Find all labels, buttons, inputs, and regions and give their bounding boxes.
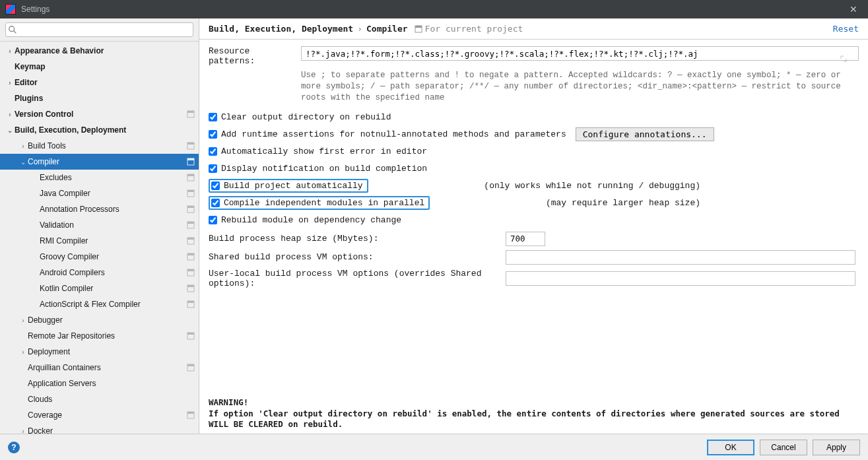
- sidebar: › Appearance & Behavior Keymap › Editor …: [0, 18, 199, 434]
- sidebar-item-android-compilers[interactable]: Android Compilers: [0, 265, 199, 280]
- search-icon: [8, 25, 17, 34]
- chevron-down-icon: ⌄: [18, 158, 28, 166]
- sidebar-item-compiler[interactable]: ⌄ Compiler: [0, 154, 199, 170]
- sidebar-item-actionscript-compiler[interactable]: ActionScript & Flex Compiler: [0, 296, 199, 312]
- cancel-button[interactable]: Cancel: [760, 440, 807, 455]
- breadcrumb: Build, Execution, Deployment›Compiler: [209, 24, 408, 34]
- sidebar-item-build-tools[interactable]: › Build Tools: [0, 138, 199, 154]
- svg-rect-23: [187, 285, 194, 287]
- sidebar-item-groovy-compiler[interactable]: Groovy Compiler: [0, 249, 199, 265]
- sidebar-item-build-execution-deployment[interactable]: ⌄ Build, Execution, Deployment: [0, 122, 199, 138]
- checkbox-auto-show-error-label: Automatically show first error in editor: [221, 147, 427, 156]
- project-scope-icon: [187, 205, 195, 213]
- highlight-parallel: Compile independent modules in parallel: [209, 196, 430, 210]
- svg-rect-5: [187, 143, 194, 145]
- sidebar-item-arquillian[interactable]: Arquillian Containers: [0, 360, 199, 376]
- content-header: Build, Execution, Deployment›Compiler Fo…: [199, 18, 868, 40]
- project-scope-icon: [187, 300, 195, 308]
- svg-rect-33: [415, 26, 422, 28]
- reset-link[interactable]: Reset: [833, 24, 859, 34]
- sidebar-item-kotlin-compiler[interactable]: Kotlin Compiler: [0, 280, 199, 296]
- svg-rect-17: [187, 238, 194, 240]
- sidebar-item-plugins[interactable]: Plugins: [0, 90, 199, 106]
- checkbox-compile-parallel-label: Compile independent modules in parallel: [224, 198, 424, 208]
- heap-size-label: Build process heap size (Mbytes):: [209, 234, 506, 244]
- expand-icon[interactable]: [840, 55, 847, 62]
- project-scope-icon: [187, 237, 195, 245]
- sidebar-item-clouds[interactable]: Clouds: [0, 391, 199, 407]
- checkbox-add-runtime-assertions[interactable]: [209, 130, 217, 139]
- sidebar-item-debugger[interactable]: › Debugger: [0, 312, 199, 328]
- apply-button[interactable]: Apply: [813, 440, 860, 455]
- resource-patterns-hint: Use ; to separate patterns and ! to nega…: [301, 70, 859, 104]
- sidebar-item-docker[interactable]: › Docker: [0, 423, 199, 434]
- checkbox-display-notification[interactable]: [209, 164, 217, 173]
- search-input[interactable]: [5, 22, 193, 37]
- checkbox-compile-parallel[interactable]: [211, 199, 220, 207]
- user-vm-options-input[interactable]: [506, 271, 855, 286]
- svg-rect-19: [187, 253, 194, 255]
- project-scope-icon: [187, 142, 195, 150]
- sidebar-item-appearance[interactable]: › Appearance & Behavior: [0, 43, 199, 59]
- chevron-right-icon: ›: [5, 111, 15, 118]
- sidebar-item-deployment[interactable]: › Deployment: [0, 344, 199, 360]
- sidebar-item-editor[interactable]: › Editor: [0, 75, 199, 90]
- svg-rect-29: [187, 364, 194, 366]
- compiler-settings-form: Resource patterns: Use ; to separate pat…: [199, 40, 868, 434]
- sidebar-item-coverage[interactable]: Coverage: [0, 407, 199, 423]
- project-scope-icon: [187, 284, 195, 292]
- svg-point-0: [9, 26, 15, 32]
- project-scope-icon: [187, 411, 195, 419]
- svg-line-1: [14, 31, 17, 34]
- sidebar-item-validation[interactable]: Validation: [0, 217, 199, 233]
- project-scope-icon: [187, 174, 195, 181]
- chevron-right-icon: ›: [18, 428, 28, 434]
- sidebar-item-annotation-processors[interactable]: Annotation Processors: [0, 201, 199, 217]
- sidebar-item-app-servers[interactable]: Application Servers: [0, 376, 199, 391]
- svg-rect-31: [187, 412, 194, 414]
- svg-rect-25: [187, 301, 194, 303]
- resource-patterns-label: Resource patterns:: [209, 46, 301, 66]
- project-scope-icon: [415, 25, 422, 33]
- sidebar-item-keymap[interactable]: Keymap: [0, 59, 199, 75]
- checkbox-add-runtime-assertions-label: Add runtime assertions for notnull-annot…: [221, 129, 566, 139]
- heap-size-input[interactable]: [506, 232, 545, 246]
- svg-rect-21: [187, 269, 194, 271]
- checkbox-display-notification-label: Display notification on build completion: [221, 164, 427, 174]
- window-title: Settings: [21, 5, 50, 14]
- sidebar-item-rmi-compiler[interactable]: RMI Compiler: [0, 233, 199, 249]
- checkbox-build-automatically-label: Build project automatically: [224, 181, 363, 191]
- svg-rect-9: [187, 174, 194, 176]
- project-scope-icon: [187, 189, 195, 197]
- svg-rect-27: [187, 333, 194, 335]
- shared-vm-options-input[interactable]: [506, 250, 855, 265]
- resource-patterns-input[interactable]: [301, 46, 859, 61]
- checkbox-clear-output[interactable]: [209, 113, 217, 121]
- chevron-right-icon: ›: [5, 79, 15, 86]
- checkbox-build-automatically[interactable]: [211, 181, 220, 190]
- svg-rect-13: [187, 206, 194, 208]
- title-bar: Settings ✕: [0, 0, 868, 18]
- app-icon: [5, 4, 16, 15]
- checkbox-rebuild-on-dep-change[interactable]: [209, 216, 217, 224]
- close-icon[interactable]: ✕: [844, 1, 863, 17]
- note-parallel: (may require larger heap size): [546, 198, 700, 208]
- shared-vm-options-label: Shared build process VM options:: [209, 252, 506, 262]
- checkbox-clear-output-label: Clear output directory on rebuild: [221, 112, 391, 122]
- project-scope-icon: [187, 221, 195, 229]
- sidebar-item-version-control[interactable]: › Version Control: [0, 106, 199, 122]
- help-icon[interactable]: ?: [8, 442, 20, 453]
- project-scope-icon: [187, 269, 195, 277]
- sidebar-item-remote-jar[interactable]: Remote Jar Repositories: [0, 328, 199, 344]
- project-scope-icon: [187, 110, 195, 118]
- sidebar-item-excludes[interactable]: Excludes: [0, 170, 199, 185]
- svg-rect-15: [187, 222, 194, 224]
- sidebar-item-java-compiler[interactable]: Java Compiler: [0, 185, 199, 201]
- checkbox-auto-show-error[interactable]: [209, 147, 217, 156]
- ok-button[interactable]: OK: [707, 440, 754, 455]
- chevron-right-icon: ›: [18, 317, 28, 324]
- svg-rect-3: [187, 111, 194, 113]
- content-panel: Build, Execution, Deployment›Compiler Fo…: [199, 18, 868, 434]
- configure-annotations-button[interactable]: Configure annotations...: [576, 127, 714, 141]
- highlight-build-auto: Build project automatically: [209, 179, 368, 193]
